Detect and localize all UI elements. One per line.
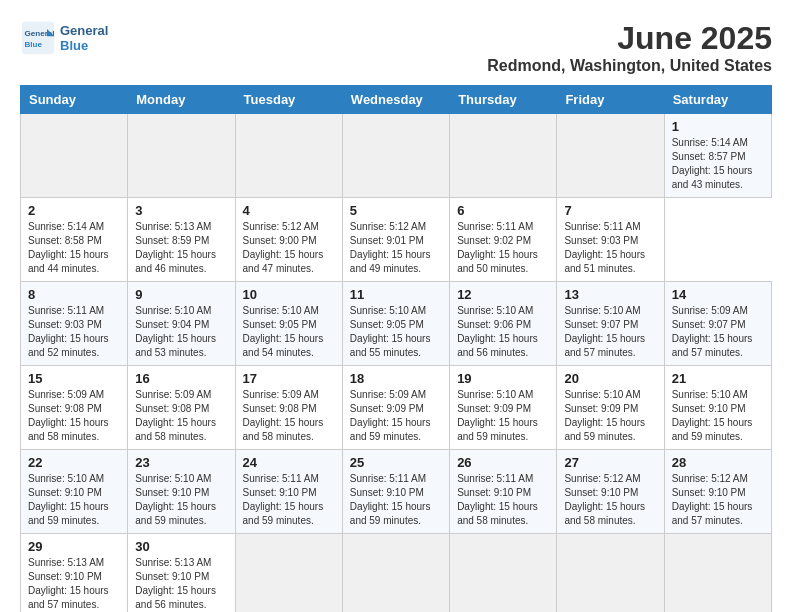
calendar-cell: 19Sunrise: 5:10 AMSunset: 9:09 PMDayligh… bbox=[450, 366, 557, 450]
calendar-cell: 30Sunrise: 5:13 AMSunset: 9:10 PMDayligh… bbox=[128, 534, 235, 613]
day-info: Sunrise: 5:12 AMSunset: 9:01 PMDaylight:… bbox=[350, 220, 442, 276]
calendar-cell: 23Sunrise: 5:10 AMSunset: 9:10 PMDayligh… bbox=[128, 450, 235, 534]
day-info: Sunrise: 5:10 AMSunset: 9:09 PMDaylight:… bbox=[564, 388, 656, 444]
day-number: 3 bbox=[135, 203, 227, 218]
day-info: Sunrise: 5:11 AMSunset: 9:10 PMDaylight:… bbox=[350, 472, 442, 528]
day-info: Sunrise: 5:11 AMSunset: 9:03 PMDaylight:… bbox=[28, 304, 120, 360]
day-number: 30 bbox=[135, 539, 227, 554]
calendar-cell: 16Sunrise: 5:09 AMSunset: 9:08 PMDayligh… bbox=[128, 366, 235, 450]
day-number: 15 bbox=[28, 371, 120, 386]
calendar-cell: 29Sunrise: 5:13 AMSunset: 9:10 PMDayligh… bbox=[21, 534, 128, 613]
day-info: Sunrise: 5:11 AMSunset: 9:10 PMDaylight:… bbox=[243, 472, 335, 528]
day-number: 14 bbox=[672, 287, 764, 302]
calendar-week-row: 15Sunrise: 5:09 AMSunset: 9:08 PMDayligh… bbox=[21, 366, 772, 450]
header-day-sunday: Sunday bbox=[21, 86, 128, 114]
calendar-week-row: 2Sunrise: 5:14 AMSunset: 8:58 PMDaylight… bbox=[21, 198, 772, 282]
calendar-cell: 7Sunrise: 5:11 AMSunset: 9:03 PMDaylight… bbox=[557, 198, 664, 282]
day-info: Sunrise: 5:10 AMSunset: 9:07 PMDaylight:… bbox=[564, 304, 656, 360]
calendar-cell: 20Sunrise: 5:10 AMSunset: 9:09 PMDayligh… bbox=[557, 366, 664, 450]
day-info: Sunrise: 5:12 AMSunset: 9:00 PMDaylight:… bbox=[243, 220, 335, 276]
day-number: 27 bbox=[564, 455, 656, 470]
calendar-table: SundayMondayTuesdayWednesdayThursdayFrid… bbox=[20, 85, 772, 612]
day-number: 1 bbox=[672, 119, 764, 134]
calendar-week-row: 8Sunrise: 5:11 AMSunset: 9:03 PMDaylight… bbox=[21, 282, 772, 366]
day-info: Sunrise: 5:12 AMSunset: 9:10 PMDaylight:… bbox=[564, 472, 656, 528]
calendar-week-row: 29Sunrise: 5:13 AMSunset: 9:10 PMDayligh… bbox=[21, 534, 772, 613]
day-info: Sunrise: 5:11 AMSunset: 9:10 PMDaylight:… bbox=[457, 472, 549, 528]
day-number: 21 bbox=[672, 371, 764, 386]
day-info: Sunrise: 5:10 AMSunset: 9:10 PMDaylight:… bbox=[672, 388, 764, 444]
day-number: 12 bbox=[457, 287, 549, 302]
day-info: Sunrise: 5:10 AMSunset: 9:09 PMDaylight:… bbox=[457, 388, 549, 444]
day-number: 25 bbox=[350, 455, 442, 470]
day-info: Sunrise: 5:09 AMSunset: 9:08 PMDaylight:… bbox=[135, 388, 227, 444]
empty-cell bbox=[450, 114, 557, 198]
calendar-week-row: 1Sunrise: 5:14 AMSunset: 8:57 PMDaylight… bbox=[21, 114, 772, 198]
calendar-cell: 21Sunrise: 5:10 AMSunset: 9:10 PMDayligh… bbox=[664, 366, 771, 450]
logo: General Blue General Blue bbox=[20, 20, 108, 56]
day-info: Sunrise: 5:11 AMSunset: 9:02 PMDaylight:… bbox=[457, 220, 549, 276]
calendar-cell: 15Sunrise: 5:09 AMSunset: 9:08 PMDayligh… bbox=[21, 366, 128, 450]
header-day-friday: Friday bbox=[557, 86, 664, 114]
logo-general: General bbox=[60, 23, 108, 38]
day-number: 28 bbox=[672, 455, 764, 470]
calendar-cell: 28Sunrise: 5:12 AMSunset: 9:10 PMDayligh… bbox=[664, 450, 771, 534]
calendar-cell bbox=[557, 534, 664, 613]
day-number: 8 bbox=[28, 287, 120, 302]
day-info: Sunrise: 5:12 AMSunset: 9:10 PMDaylight:… bbox=[672, 472, 764, 528]
page-header: General Blue General Blue June 2025 Redm… bbox=[20, 20, 772, 75]
day-info: Sunrise: 5:10 AMSunset: 9:10 PMDaylight:… bbox=[28, 472, 120, 528]
day-number: 11 bbox=[350, 287, 442, 302]
calendar-cell: 17Sunrise: 5:09 AMSunset: 9:08 PMDayligh… bbox=[235, 366, 342, 450]
calendar-cell bbox=[450, 534, 557, 613]
day-number: 7 bbox=[564, 203, 656, 218]
calendar-cell: 8Sunrise: 5:11 AMSunset: 9:03 PMDaylight… bbox=[21, 282, 128, 366]
day-number: 24 bbox=[243, 455, 335, 470]
calendar-cell: 3Sunrise: 5:13 AMSunset: 8:59 PMDaylight… bbox=[128, 198, 235, 282]
day-number: 26 bbox=[457, 455, 549, 470]
day-info: Sunrise: 5:09 AMSunset: 9:08 PMDaylight:… bbox=[243, 388, 335, 444]
empty-cell bbox=[21, 114, 128, 198]
calendar-cell: 24Sunrise: 5:11 AMSunset: 9:10 PMDayligh… bbox=[235, 450, 342, 534]
logo-icon: General Blue bbox=[20, 20, 56, 56]
day-number: 23 bbox=[135, 455, 227, 470]
day-number: 22 bbox=[28, 455, 120, 470]
day-info: Sunrise: 5:10 AMSunset: 9:04 PMDaylight:… bbox=[135, 304, 227, 360]
day-number: 5 bbox=[350, 203, 442, 218]
calendar-cell: 26Sunrise: 5:11 AMSunset: 9:10 PMDayligh… bbox=[450, 450, 557, 534]
calendar-cell: 12Sunrise: 5:10 AMSunset: 9:06 PMDayligh… bbox=[450, 282, 557, 366]
day-info: Sunrise: 5:10 AMSunset: 9:05 PMDaylight:… bbox=[243, 304, 335, 360]
day-info: Sunrise: 5:11 AMSunset: 9:03 PMDaylight:… bbox=[564, 220, 656, 276]
calendar-cell: 14Sunrise: 5:09 AMSunset: 9:07 PMDayligh… bbox=[664, 282, 771, 366]
calendar-cell: 10Sunrise: 5:10 AMSunset: 9:05 PMDayligh… bbox=[235, 282, 342, 366]
calendar-cell: 6Sunrise: 5:11 AMSunset: 9:02 PMDaylight… bbox=[450, 198, 557, 282]
calendar-cell: 13Sunrise: 5:10 AMSunset: 9:07 PMDayligh… bbox=[557, 282, 664, 366]
day-number: 13 bbox=[564, 287, 656, 302]
empty-cell bbox=[128, 114, 235, 198]
day-info: Sunrise: 5:14 AMSunset: 8:58 PMDaylight:… bbox=[28, 220, 120, 276]
header-day-wednesday: Wednesday bbox=[342, 86, 449, 114]
day-number: 4 bbox=[243, 203, 335, 218]
calendar-week-row: 22Sunrise: 5:10 AMSunset: 9:10 PMDayligh… bbox=[21, 450, 772, 534]
calendar-header-row: SundayMondayTuesdayWednesdayThursdayFrid… bbox=[21, 86, 772, 114]
day-number: 20 bbox=[564, 371, 656, 386]
day-info: Sunrise: 5:10 AMSunset: 9:06 PMDaylight:… bbox=[457, 304, 549, 360]
day-info: Sunrise: 5:09 AMSunset: 9:08 PMDaylight:… bbox=[28, 388, 120, 444]
day-info: Sunrise: 5:13 AMSunset: 8:59 PMDaylight:… bbox=[135, 220, 227, 276]
calendar-cell: 22Sunrise: 5:10 AMSunset: 9:10 PMDayligh… bbox=[21, 450, 128, 534]
header-day-saturday: Saturday bbox=[664, 86, 771, 114]
day-number: 17 bbox=[243, 371, 335, 386]
calendar-cell: 25Sunrise: 5:11 AMSunset: 9:10 PMDayligh… bbox=[342, 450, 449, 534]
day-info: Sunrise: 5:10 AMSunset: 9:05 PMDaylight:… bbox=[350, 304, 442, 360]
calendar-subtitle: Redmond, Washington, United States bbox=[487, 57, 772, 75]
day-number: 29 bbox=[28, 539, 120, 554]
calendar-cell: 5Sunrise: 5:12 AMSunset: 9:01 PMDaylight… bbox=[342, 198, 449, 282]
empty-cell bbox=[235, 114, 342, 198]
header-day-thursday: Thursday bbox=[450, 86, 557, 114]
calendar-cell: 4Sunrise: 5:12 AMSunset: 9:00 PMDaylight… bbox=[235, 198, 342, 282]
day-number: 16 bbox=[135, 371, 227, 386]
calendar-cell: 2Sunrise: 5:14 AMSunset: 8:58 PMDaylight… bbox=[21, 198, 128, 282]
day-info: Sunrise: 5:10 AMSunset: 9:10 PMDaylight:… bbox=[135, 472, 227, 528]
calendar-title: June 2025 bbox=[487, 20, 772, 57]
day-number: 2 bbox=[28, 203, 120, 218]
